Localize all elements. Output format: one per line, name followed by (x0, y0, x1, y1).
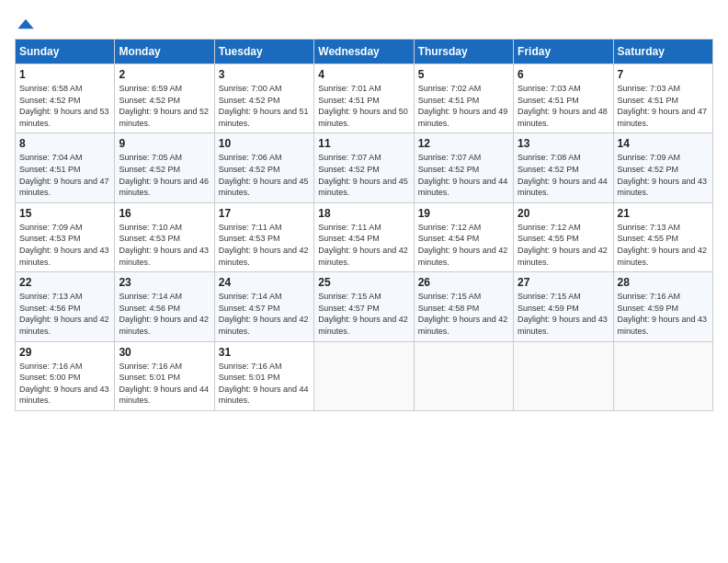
day-number: 31 (219, 346, 310, 359)
day-number: 13 (518, 137, 609, 150)
calendar-cell: 16Sunrise: 7:10 AMSunset: 4:53 PMDayligh… (115, 202, 214, 271)
calendar-cell: 26Sunrise: 7:15 AMSunset: 4:58 PMDayligh… (414, 272, 513, 341)
day-info: Sunrise: 7:14 AMSunset: 4:56 PMDaylight:… (119, 291, 210, 337)
day-info: Sunrise: 7:03 AMSunset: 4:51 PMDaylight:… (518, 83, 609, 129)
day-info: Sunrise: 7:15 AMSunset: 4:57 PMDaylight:… (318, 291, 409, 337)
day-number: 12 (418, 137, 509, 150)
day-info: Sunrise: 7:03 AMSunset: 4:51 PMDaylight:… (618, 83, 709, 129)
page-header (15, 15, 713, 29)
calendar-cell: 12Sunrise: 7:07 AMSunset: 4:52 PMDayligh… (414, 133, 513, 202)
day-info: Sunrise: 7:13 AMSunset: 4:56 PMDaylight:… (19, 291, 110, 337)
calendar-body: 1Sunrise: 6:58 AMSunset: 4:52 PMDaylight… (16, 64, 713, 411)
day-number: 15 (19, 207, 110, 220)
calendar-cell: 23Sunrise: 7:14 AMSunset: 4:56 PMDayligh… (115, 272, 214, 341)
day-info: Sunrise: 7:09 AMSunset: 4:53 PMDaylight:… (19, 222, 110, 268)
calendar-cell: 8Sunrise: 7:04 AMSunset: 4:51 PMDaylight… (16, 133, 115, 202)
day-number: 21 (618, 207, 709, 220)
day-info: Sunrise: 7:00 AMSunset: 4:52 PMDaylight:… (219, 83, 310, 129)
day-info: Sunrise: 7:15 AMSunset: 4:58 PMDaylight:… (418, 291, 509, 337)
calendar-cell: 31Sunrise: 7:16 AMSunset: 5:01 PMDayligh… (214, 341, 313, 410)
calendar-cell: 6Sunrise: 7:03 AMSunset: 4:51 PMDaylight… (514, 64, 613, 133)
logo-icon (17, 15, 35, 33)
day-number: 28 (618, 276, 709, 289)
logo (15, 15, 35, 29)
calendar-cell: 5Sunrise: 7:02 AMSunset: 4:51 PMDaylight… (414, 64, 513, 133)
day-info: Sunrise: 7:16 AMSunset: 5:01 PMDaylight:… (219, 361, 310, 407)
calendar-cell: 1Sunrise: 6:58 AMSunset: 4:52 PMDaylight… (16, 64, 115, 133)
day-number: 6 (518, 68, 609, 81)
day-number: 26 (418, 276, 509, 289)
calendar-cell: 18Sunrise: 7:11 AMSunset: 4:54 PMDayligh… (314, 202, 414, 271)
weekday-header-wednesday: Wednesday (314, 40, 414, 64)
day-info: Sunrise: 6:59 AMSunset: 4:52 PMDaylight:… (119, 83, 210, 129)
day-number: 4 (318, 68, 409, 81)
day-info: Sunrise: 7:15 AMSunset: 4:59 PMDaylight:… (518, 291, 609, 337)
calendar-cell: 4Sunrise: 7:01 AMSunset: 4:51 PMDaylight… (314, 64, 414, 133)
weekday-header-friday: Friday (514, 40, 613, 64)
day-info: Sunrise: 7:12 AMSunset: 4:55 PMDaylight:… (518, 222, 609, 268)
day-info: Sunrise: 6:58 AMSunset: 4:52 PMDaylight:… (19, 83, 110, 129)
calendar-cell: 25Sunrise: 7:15 AMSunset: 4:57 PMDayligh… (314, 272, 414, 341)
calendar-cell: 7Sunrise: 7:03 AMSunset: 4:51 PMDaylight… (613, 64, 712, 133)
calendar-week-4: 22Sunrise: 7:13 AMSunset: 4:56 PMDayligh… (16, 272, 713, 341)
calendar-table: SundayMondayTuesdayWednesdayThursdayFrid… (15, 39, 713, 411)
calendar-cell: 20Sunrise: 7:12 AMSunset: 4:55 PMDayligh… (514, 202, 613, 271)
day-info: Sunrise: 7:06 AMSunset: 4:52 PMDaylight:… (219, 152, 310, 198)
day-info: Sunrise: 7:16 AMSunset: 5:01 PMDaylight:… (119, 361, 210, 407)
weekday-header-monday: Monday (115, 40, 214, 64)
day-number: 10 (219, 137, 310, 150)
calendar-cell: 10Sunrise: 7:06 AMSunset: 4:52 PMDayligh… (214, 133, 313, 202)
day-number: 2 (119, 68, 210, 81)
day-number: 8 (19, 137, 110, 150)
calendar-cell: 2Sunrise: 6:59 AMSunset: 4:52 PMDaylight… (115, 64, 214, 133)
day-number: 3 (219, 68, 310, 81)
day-number: 7 (618, 68, 709, 81)
calendar-cell (514, 341, 613, 410)
day-number: 17 (219, 207, 310, 220)
calendar-week-5: 29Sunrise: 7:16 AMSunset: 5:00 PMDayligh… (16, 341, 713, 410)
calendar-cell: 11Sunrise: 7:07 AMSunset: 4:52 PMDayligh… (314, 133, 414, 202)
day-number: 23 (119, 276, 210, 289)
calendar-cell: 28Sunrise: 7:16 AMSunset: 4:59 PMDayligh… (613, 272, 712, 341)
calendar-cell: 9Sunrise: 7:05 AMSunset: 4:52 PMDaylight… (115, 133, 214, 202)
day-number: 20 (518, 207, 609, 220)
weekday-header-thursday: Thursday (414, 40, 513, 64)
day-info: Sunrise: 7:07 AMSunset: 4:52 PMDaylight:… (418, 152, 509, 198)
day-number: 30 (119, 346, 210, 359)
day-number: 25 (318, 276, 409, 289)
day-number: 18 (318, 207, 409, 220)
calendar-cell (613, 341, 712, 410)
day-info: Sunrise: 7:09 AMSunset: 4:52 PMDaylight:… (618, 152, 709, 198)
day-number: 29 (19, 346, 110, 359)
weekday-header-sunday: Sunday (16, 40, 115, 64)
day-number: 22 (19, 276, 110, 289)
day-info: Sunrise: 7:16 AMSunset: 5:00 PMDaylight:… (19, 361, 110, 407)
calendar-week-2: 8Sunrise: 7:04 AMSunset: 4:51 PMDaylight… (16, 133, 713, 202)
calendar-cell: 30Sunrise: 7:16 AMSunset: 5:01 PMDayligh… (115, 341, 214, 410)
day-number: 16 (119, 207, 210, 220)
day-info: Sunrise: 7:04 AMSunset: 4:51 PMDaylight:… (19, 152, 110, 198)
day-info: Sunrise: 7:11 AMSunset: 4:53 PMDaylight:… (219, 222, 310, 268)
day-info: Sunrise: 7:10 AMSunset: 4:53 PMDaylight:… (119, 222, 210, 268)
day-number: 27 (518, 276, 609, 289)
calendar-cell (314, 341, 414, 410)
weekday-header-tuesday: Tuesday (214, 40, 313, 64)
calendar-week-1: 1Sunrise: 6:58 AMSunset: 4:52 PMDaylight… (16, 64, 713, 133)
day-info: Sunrise: 7:05 AMSunset: 4:52 PMDaylight:… (119, 152, 210, 198)
day-number: 9 (119, 137, 210, 150)
day-number: 19 (418, 207, 509, 220)
day-info: Sunrise: 7:07 AMSunset: 4:52 PMDaylight:… (318, 152, 409, 198)
day-info: Sunrise: 7:14 AMSunset: 4:57 PMDaylight:… (219, 291, 310, 337)
calendar-week-3: 15Sunrise: 7:09 AMSunset: 4:53 PMDayligh… (16, 202, 713, 271)
day-info: Sunrise: 7:11 AMSunset: 4:54 PMDaylight:… (318, 222, 409, 268)
calendar-cell: 13Sunrise: 7:08 AMSunset: 4:52 PMDayligh… (514, 133, 613, 202)
calendar-cell: 17Sunrise: 7:11 AMSunset: 4:53 PMDayligh… (214, 202, 313, 271)
calendar-header-row: SundayMondayTuesdayWednesdayThursdayFrid… (16, 40, 713, 64)
calendar-cell: 24Sunrise: 7:14 AMSunset: 4:57 PMDayligh… (214, 272, 313, 341)
day-number: 14 (618, 137, 709, 150)
calendar-cell: 22Sunrise: 7:13 AMSunset: 4:56 PMDayligh… (16, 272, 115, 341)
weekday-header-saturday: Saturday (613, 40, 712, 64)
svg-marker-0 (17, 19, 33, 29)
day-info: Sunrise: 7:02 AMSunset: 4:51 PMDaylight:… (418, 83, 509, 129)
calendar-cell: 14Sunrise: 7:09 AMSunset: 4:52 PMDayligh… (613, 133, 712, 202)
